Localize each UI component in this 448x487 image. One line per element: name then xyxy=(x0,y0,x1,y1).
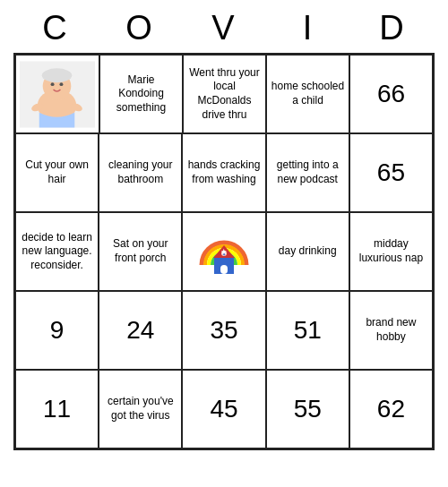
cell-r4c3: 35 xyxy=(182,291,265,370)
cell-r3c5: midday luxurious nap xyxy=(349,212,433,291)
svg-point-4 xyxy=(59,82,63,86)
cell-r2c5: 65 xyxy=(349,133,433,212)
title-letter-v: V xyxy=(185,9,263,47)
bingo-row-5: 11 certain you've got the virus 45 55 62 xyxy=(15,370,433,449)
cell-r1c3: Went thru your local McDonalds drive thr… xyxy=(183,55,266,133)
svg-rect-10 xyxy=(220,265,228,274)
cell-r1c4: home schooled a child xyxy=(266,55,349,133)
svg-point-5 xyxy=(42,68,73,82)
free-space-icon: ✦ xyxy=(193,220,255,283)
bingo-grid: Marie Kondoing something Went thru your … xyxy=(13,53,435,450)
cell-r4c2: 24 xyxy=(99,291,182,370)
cell-r3c2: Sat on your front porch xyxy=(99,212,182,291)
bingo-row-2: Cut your own hair cleaning your bathroom… xyxy=(15,133,433,212)
bingo-row-1: Marie Kondoing something Went thru your … xyxy=(15,55,433,133)
title-letter-c: C xyxy=(16,9,95,47)
cell-r4c4: 51 xyxy=(266,291,349,370)
cell-r3c1: decide to learn new language. reconsider… xyxy=(15,212,99,291)
bingo-row-3: decide to learn new language. reconsider… xyxy=(15,212,433,291)
bingo-row-4: 9 24 35 51 brand new hobby xyxy=(15,291,433,370)
cell-r1c2: Marie Kondoing something xyxy=(99,55,183,133)
svg-text:✦: ✦ xyxy=(222,252,226,257)
cell-r4c5: brand new hobby xyxy=(349,291,433,370)
cell-r2c2: cleaning your bathroom xyxy=(99,133,182,212)
cell-r5c2: certain you've got the virus xyxy=(99,370,182,449)
cell-r1c1 xyxy=(15,55,99,133)
cell-r2c3: hands cracking from washing xyxy=(182,133,265,212)
cell-r5c4: 55 xyxy=(266,370,349,449)
bingo-title: C O V I D xyxy=(13,0,435,53)
cell-r1c5: 66 xyxy=(349,55,433,133)
cell-r5c5: 62 xyxy=(349,370,433,449)
cell-r2c4: getting into a new podcast xyxy=(266,133,349,212)
title-letter-d: D xyxy=(353,9,432,47)
title-letter-i: I xyxy=(269,9,348,47)
cell-r3c3-free: ✦ xyxy=(182,212,265,291)
cell-r2c1: Cut your own hair xyxy=(15,133,99,212)
svg-point-3 xyxy=(51,82,55,86)
baby-image xyxy=(20,61,95,128)
cell-r5c1: 11 xyxy=(15,370,99,449)
cell-r3c4: day drinking xyxy=(266,212,349,291)
title-letter-o: O xyxy=(100,9,179,47)
cell-r5c3: 45 xyxy=(182,370,265,449)
cell-r4c1: 9 xyxy=(15,291,99,370)
